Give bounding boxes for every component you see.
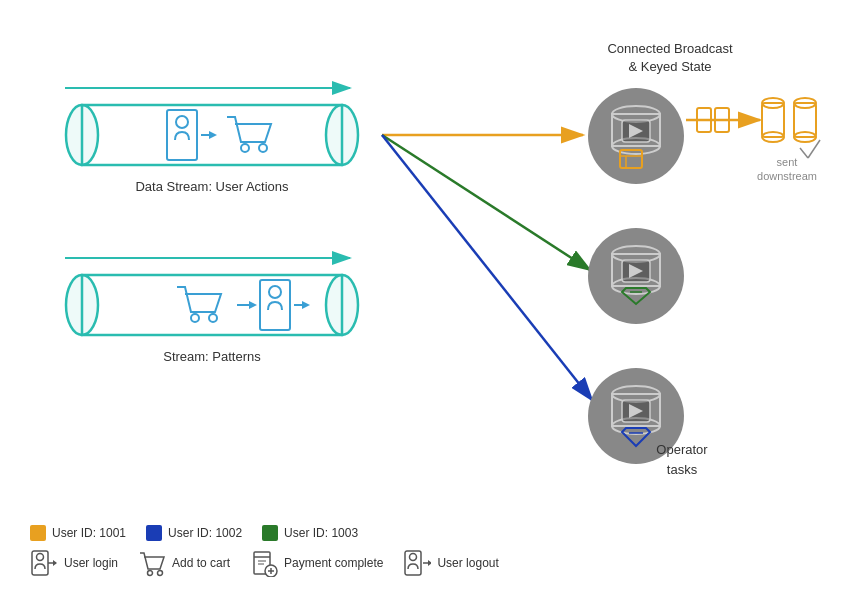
svg-rect-38 [697,108,711,132]
svg-rect-12 [167,110,197,160]
svg-rect-26 [260,280,290,330]
legend-label-1003: User ID: 1003 [284,526,358,540]
svg-point-16 [241,144,249,152]
legend-cart-label: Add to cart [172,556,230,570]
legend-color-blue [146,525,162,541]
stream2-label: Stream: Patterns [52,349,372,364]
legend-cart: Add to cart [138,549,230,577]
legend-login: User login [30,549,118,577]
stream1-label: Data Stream: User Actions [52,179,372,194]
circle-node-1 [588,88,684,184]
svg-marker-15 [209,131,217,139]
legend-user1003: User ID: 1003 [262,525,358,541]
svg-marker-75 [428,560,431,566]
payment-icon [250,549,278,577]
downstream-icons [760,95,820,145]
logout-icon [403,549,431,577]
svg-marker-25 [249,301,257,309]
cart-icon [138,549,166,577]
diagram-container: Data Stream: User Actions [0,0,842,595]
legend-payment-label: Payment complete [284,556,383,570]
svg-point-22 [191,314,199,322]
legend-logout: User logout [403,549,498,577]
svg-rect-72 [405,551,421,575]
svg-marker-62 [53,560,57,566]
cylinder-stream2: Stream: Patterns [52,270,372,340]
svg-point-10 [66,105,98,165]
legend-color-green [262,525,278,541]
svg-marker-29 [302,301,310,309]
svg-point-11 [326,105,358,165]
svg-point-20 [66,275,98,335]
legend: User ID: 1001 User ID: 1002 User ID: 100… [30,525,499,577]
legend-login-label: User login [64,556,118,570]
operator-tasks-label: Operatortasks [637,440,727,479]
svg-point-27 [269,286,281,298]
legend-icons-row: User login Add to cart [30,549,499,577]
svg-point-13 [176,116,188,128]
circle-node-2 [588,228,684,324]
broadcast-icon-orange [695,100,735,140]
arrow-to-circle2 [382,135,590,270]
legend-label-1001: User ID: 1001 [52,526,126,540]
broadcast-label: Connected Broadcast& Keyed State [590,40,750,76]
svg-point-17 [259,144,267,152]
svg-point-21 [326,275,358,335]
arrow-to-circle3 [382,135,592,400]
legend-user1001: User ID: 1001 [30,525,126,541]
legend-color-orange [30,525,46,541]
legend-label-1002: User ID: 1002 [168,526,242,540]
svg-point-60 [37,554,44,561]
svg-point-23 [209,314,217,322]
svg-rect-39 [715,108,729,132]
legend-user1002: User ID: 1002 [146,525,242,541]
svg-rect-59 [32,551,48,575]
svg-point-73 [410,554,417,561]
svg-point-64 [158,571,163,576]
legend-payment: Payment complete [250,549,383,577]
svg-point-63 [148,571,153,576]
login-icon [30,549,58,577]
sent-downstream-label: sentdownstream [752,155,822,184]
legend-colors-row: User ID: 1001 User ID: 1002 User ID: 100… [30,525,499,541]
legend-logout-label: User logout [437,556,498,570]
cylinder-stream1: Data Stream: User Actions [52,100,372,170]
